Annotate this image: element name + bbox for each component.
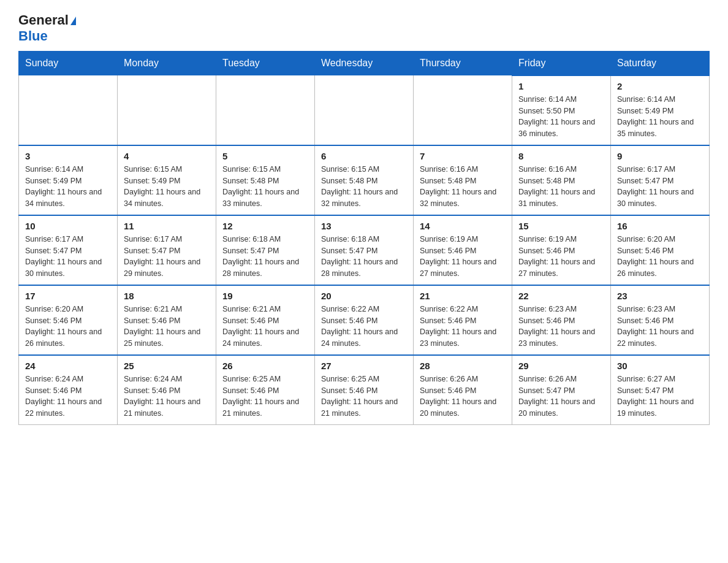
- calendar-cell: 4Sunrise: 6:15 AM Sunset: 5:49 PM Daylig…: [118, 145, 216, 215]
- day-info: Sunrise: 6:25 AM Sunset: 5:46 PM Dayligh…: [222, 373, 308, 419]
- day-info: Sunrise: 6:25 AM Sunset: 5:46 PM Dayligh…: [321, 373, 407, 419]
- day-number: 9: [617, 151, 703, 161]
- day-info: Sunrise: 6:16 AM Sunset: 5:48 PM Dayligh…: [420, 164, 506, 210]
- week-row-4: 17Sunrise: 6:20 AM Sunset: 5:46 PM Dayli…: [19, 285, 710, 355]
- day-number: 30: [617, 361, 703, 371]
- weekday-header-saturday: Saturday: [611, 51, 710, 75]
- calendar-cell: [414, 75, 512, 145]
- day-number: 15: [518, 221, 604, 231]
- week-row-5: 24Sunrise: 6:24 AM Sunset: 5:46 PM Dayli…: [19, 355, 710, 425]
- day-info: Sunrise: 6:16 AM Sunset: 5:48 PM Dayligh…: [518, 164, 604, 210]
- day-number: 13: [321, 221, 407, 231]
- calendar-cell: 30Sunrise: 6:27 AM Sunset: 5:47 PM Dayli…: [611, 355, 710, 425]
- calendar-cell: 27Sunrise: 6:25 AM Sunset: 5:46 PM Dayli…: [315, 355, 414, 425]
- day-info: Sunrise: 6:21 AM Sunset: 5:46 PM Dayligh…: [222, 304, 308, 350]
- day-number: 2: [617, 81, 703, 91]
- calendar-cell: 12Sunrise: 6:18 AM Sunset: 5:47 PM Dayli…: [216, 215, 315, 285]
- day-number: 19: [222, 291, 308, 301]
- day-number: 14: [420, 221, 506, 231]
- calendar-cell: 14Sunrise: 6:19 AM Sunset: 5:46 PM Dayli…: [414, 215, 512, 285]
- day-number: 10: [25, 221, 111, 231]
- header: General Blue: [18, 12, 710, 45]
- day-info: Sunrise: 6:19 AM Sunset: 5:46 PM Dayligh…: [420, 234, 506, 280]
- day-number: 7: [420, 151, 506, 161]
- calendar-cell: 15Sunrise: 6:19 AM Sunset: 5:46 PM Dayli…: [512, 215, 611, 285]
- calendar-cell: 7Sunrise: 6:16 AM Sunset: 5:48 PM Daylig…: [414, 145, 512, 215]
- day-info: Sunrise: 6:23 AM Sunset: 5:46 PM Dayligh…: [617, 304, 703, 350]
- calendar-cell: 1Sunrise: 6:14 AM Sunset: 5:50 PM Daylig…: [512, 75, 611, 145]
- weekday-header-sunday: Sunday: [19, 51, 118, 75]
- day-number: 12: [222, 221, 308, 231]
- day-info: Sunrise: 6:19 AM Sunset: 5:46 PM Dayligh…: [518, 234, 604, 280]
- calendar-cell: [216, 75, 315, 145]
- day-info: Sunrise: 6:22 AM Sunset: 5:46 PM Dayligh…: [420, 304, 506, 350]
- weekday-header-tuesday: Tuesday: [216, 51, 315, 75]
- day-number: 5: [222, 151, 308, 161]
- day-number: 20: [321, 291, 407, 301]
- day-info: Sunrise: 6:24 AM Sunset: 5:46 PM Dayligh…: [124, 373, 210, 419]
- day-info: Sunrise: 6:18 AM Sunset: 5:47 PM Dayligh…: [321, 234, 407, 280]
- calendar-cell: 25Sunrise: 6:24 AM Sunset: 5:46 PM Dayli…: [118, 355, 216, 425]
- day-info: Sunrise: 6:27 AM Sunset: 5:47 PM Dayligh…: [617, 373, 703, 419]
- day-info: Sunrise: 6:14 AM Sunset: 5:50 PM Dayligh…: [518, 94, 604, 140]
- day-info: Sunrise: 6:24 AM Sunset: 5:46 PM Dayligh…: [25, 373, 111, 419]
- logo-general-text: General: [18, 12, 69, 28]
- day-info: Sunrise: 6:15 AM Sunset: 5:48 PM Dayligh…: [222, 164, 308, 210]
- day-info: Sunrise: 6:21 AM Sunset: 5:46 PM Dayligh…: [124, 304, 210, 350]
- calendar-cell: 3Sunrise: 6:14 AM Sunset: 5:49 PM Daylig…: [19, 145, 118, 215]
- calendar-cell: 5Sunrise: 6:15 AM Sunset: 5:48 PM Daylig…: [216, 145, 315, 215]
- day-number: 4: [124, 151, 210, 161]
- day-info: Sunrise: 6:17 AM Sunset: 5:47 PM Dayligh…: [124, 234, 210, 280]
- day-number: 11: [124, 221, 210, 231]
- day-info: Sunrise: 6:20 AM Sunset: 5:46 PM Dayligh…: [25, 304, 111, 350]
- calendar-cell: 18Sunrise: 6:21 AM Sunset: 5:46 PM Dayli…: [118, 285, 216, 355]
- day-number: 24: [25, 361, 111, 371]
- calendar-cell: 16Sunrise: 6:20 AM Sunset: 5:46 PM Dayli…: [611, 215, 710, 285]
- day-info: Sunrise: 6:26 AM Sunset: 5:47 PM Dayligh…: [518, 373, 604, 419]
- day-number: 16: [617, 221, 703, 231]
- calendar-cell: [19, 75, 118, 145]
- calendar-cell: 29Sunrise: 6:26 AM Sunset: 5:47 PM Dayli…: [512, 355, 611, 425]
- day-info: Sunrise: 6:15 AM Sunset: 5:49 PM Dayligh…: [124, 164, 210, 210]
- calendar-cell: 17Sunrise: 6:20 AM Sunset: 5:46 PM Dayli…: [19, 285, 118, 355]
- day-number: 8: [518, 151, 604, 161]
- day-info: Sunrise: 6:15 AM Sunset: 5:48 PM Dayligh…: [321, 164, 407, 210]
- calendar-cell: 20Sunrise: 6:22 AM Sunset: 5:46 PM Dayli…: [315, 285, 414, 355]
- day-number: 18: [124, 291, 210, 301]
- day-number: 17: [25, 291, 111, 301]
- day-number: 27: [321, 361, 407, 371]
- header-row: SundayMondayTuesdayWednesdayThursdayFrid…: [19, 51, 710, 75]
- day-number: 22: [518, 291, 604, 301]
- weekday-header-wednesday: Wednesday: [315, 51, 414, 75]
- calendar-cell: [118, 75, 216, 145]
- week-row-3: 10Sunrise: 6:17 AM Sunset: 5:47 PM Dayli…: [19, 215, 710, 285]
- weekday-header-thursday: Thursday: [414, 51, 512, 75]
- calendar-cell: 24Sunrise: 6:24 AM Sunset: 5:46 PM Dayli…: [19, 355, 118, 425]
- day-info: Sunrise: 6:18 AM Sunset: 5:47 PM Dayligh…: [222, 234, 308, 280]
- day-number: 3: [25, 151, 111, 161]
- day-info: Sunrise: 6:17 AM Sunset: 5:47 PM Dayligh…: [617, 164, 703, 210]
- day-number: 6: [321, 151, 407, 161]
- calendar-cell: 22Sunrise: 6:23 AM Sunset: 5:46 PM Dayli…: [512, 285, 611, 355]
- calendar-cell: [315, 75, 414, 145]
- calendar-cell: 23Sunrise: 6:23 AM Sunset: 5:46 PM Dayli…: [611, 285, 710, 355]
- day-number: 21: [420, 291, 506, 301]
- calendar-cell: 9Sunrise: 6:17 AM Sunset: 5:47 PM Daylig…: [611, 145, 710, 215]
- day-number: 23: [617, 291, 703, 301]
- week-row-2: 3Sunrise: 6:14 AM Sunset: 5:49 PM Daylig…: [19, 145, 710, 215]
- day-info: Sunrise: 6:26 AM Sunset: 5:46 PM Dayligh…: [420, 373, 506, 419]
- calendar-cell: 13Sunrise: 6:18 AM Sunset: 5:47 PM Dayli…: [315, 215, 414, 285]
- day-number: 29: [518, 361, 604, 371]
- calendar-table: SundayMondayTuesdayWednesdayThursdayFrid…: [18, 51, 710, 425]
- day-info: Sunrise: 6:20 AM Sunset: 5:46 PM Dayligh…: [617, 234, 703, 280]
- day-info: Sunrise: 6:22 AM Sunset: 5:46 PM Dayligh…: [321, 304, 407, 350]
- calendar-cell: 21Sunrise: 6:22 AM Sunset: 5:46 PM Dayli…: [414, 285, 512, 355]
- day-number: 25: [124, 361, 210, 371]
- weekday-header-monday: Monday: [118, 51, 216, 75]
- logo-blue-text: Blue: [18, 28, 48, 44]
- day-number: 1: [518, 81, 604, 91]
- day-info: Sunrise: 6:23 AM Sunset: 5:46 PM Dayligh…: [518, 304, 604, 350]
- logo-triangle-icon: [70, 17, 76, 25]
- calendar-cell: 6Sunrise: 6:15 AM Sunset: 5:48 PM Daylig…: [315, 145, 414, 215]
- day-info: Sunrise: 6:14 AM Sunset: 5:49 PM Dayligh…: [617, 94, 703, 140]
